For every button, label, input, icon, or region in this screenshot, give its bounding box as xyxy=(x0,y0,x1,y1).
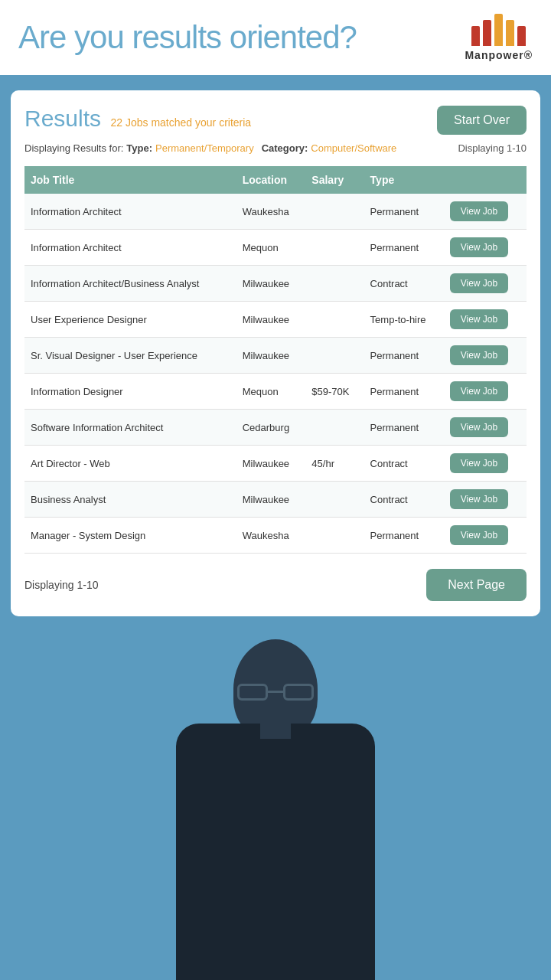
view-job-button[interactable]: View Job xyxy=(450,381,508,401)
job-location-cell: Milwaukee xyxy=(236,482,306,518)
filter-left: Displaying Results for: Type: Permanent/… xyxy=(24,142,396,154)
person-figure xyxy=(115,639,436,980)
person-body xyxy=(176,724,375,980)
logo-bar-4 xyxy=(506,20,514,46)
logo-bar-2 xyxy=(483,20,491,46)
logo: Manpower® xyxy=(465,14,533,61)
job-location-cell: Milwaukee xyxy=(236,446,306,482)
table-row: Information Designer Mequon $59-70K Perm… xyxy=(24,374,527,410)
logo-bars xyxy=(471,14,526,46)
job-salary-cell: 45/hr xyxy=(305,446,364,482)
job-title-cell: Software Information Architect xyxy=(24,410,236,446)
table-row: Information Architect Mequon Permanent V… xyxy=(24,230,527,266)
glasses-right xyxy=(283,684,314,701)
view-job-button[interactable]: View Job xyxy=(450,273,508,293)
job-type-cell: Contract xyxy=(364,446,444,482)
job-salary-cell xyxy=(305,266,364,302)
job-title-cell: User Experience Designer xyxy=(24,302,236,338)
view-job-button[interactable]: View Job xyxy=(450,345,508,365)
results-title-block: Results 22 Jobs matched your criteria xyxy=(24,106,251,132)
results-title: Results xyxy=(24,106,101,131)
logo-bar-3 xyxy=(494,14,503,46)
job-type-cell: Contract xyxy=(364,266,444,302)
job-action-cell[interactable]: View Job xyxy=(444,302,527,338)
job-location-cell: Milwaukee xyxy=(236,338,306,374)
job-title-cell: Information Architect xyxy=(24,230,236,266)
pagination-row: Displaying 1-10 Next Page xyxy=(24,569,527,601)
job-location-cell: Milwaukee xyxy=(236,302,306,338)
job-action-cell[interactable]: View Job xyxy=(444,410,527,446)
job-action-cell[interactable]: View Job xyxy=(444,194,527,230)
job-location-cell: Waukesha xyxy=(236,518,306,554)
main-bg: Results 22 Jobs matched your criteria St… xyxy=(0,75,551,616)
person-neck xyxy=(260,716,291,739)
view-job-button[interactable]: View Job xyxy=(450,201,508,221)
job-action-cell[interactable]: View Job xyxy=(444,374,527,410)
results-count: 22 Jobs matched your criteria xyxy=(111,116,252,129)
job-title-cell: Information Designer xyxy=(24,374,236,410)
table-row: Information Architect/Business Analyst M… xyxy=(24,266,527,302)
table-header: Job Title Location Salary Type xyxy=(24,166,527,194)
filter-type-label: Type: xyxy=(126,142,152,154)
job-title-cell: Information Architect/Business Analyst xyxy=(24,266,236,302)
job-action-cell[interactable]: View Job xyxy=(444,518,527,554)
job-table: Job Title Location Salary Type Informati… xyxy=(24,166,527,554)
filter-category-value: Computer/Software xyxy=(311,142,396,154)
view-job-button[interactable]: View Job xyxy=(450,309,508,329)
job-location-cell: Milwaukee xyxy=(236,266,306,302)
col-type: Type xyxy=(364,166,444,194)
pagination-label: Displaying 1-10 xyxy=(24,579,99,591)
person-glasses xyxy=(237,684,314,701)
job-action-cell[interactable]: View Job xyxy=(444,482,527,518)
job-salary-cell: $59-70K xyxy=(305,374,364,410)
job-salary-cell xyxy=(305,302,364,338)
job-action-cell[interactable]: View Job xyxy=(444,230,527,266)
results-header-row: Results 22 Jobs matched your criteria St… xyxy=(24,106,527,135)
filter-prefix: Displaying Results for: xyxy=(24,142,123,154)
view-job-button[interactable]: View Job xyxy=(450,489,508,509)
filter-category-label: Category: xyxy=(262,142,308,154)
job-type-cell: Permanent xyxy=(364,518,444,554)
job-type-cell: Permanent xyxy=(364,230,444,266)
job-salary-cell xyxy=(305,410,364,446)
table-row: User Experience Designer Milwaukee Temp-… xyxy=(24,302,527,338)
table-row: Business Analyst Milwaukee Contract View… xyxy=(24,482,527,518)
job-title-cell: Business Analyst xyxy=(24,482,236,518)
table-row: Art Director - Web Milwaukee 45/hr Contr… xyxy=(24,446,527,482)
job-title-cell: Information Architect xyxy=(24,194,236,230)
job-type-cell: Permanent xyxy=(364,194,444,230)
col-location: Location xyxy=(236,166,306,194)
next-page-button[interactable]: Next Page xyxy=(426,569,527,601)
view-job-button[interactable]: View Job xyxy=(450,525,508,545)
table-header-row: Job Title Location Salary Type xyxy=(24,166,527,194)
header-title: Are you results oriented? xyxy=(18,19,357,56)
job-salary-cell xyxy=(305,482,364,518)
glasses-left xyxy=(237,684,268,701)
job-type-cell: Temp-to-hire xyxy=(364,302,444,338)
job-salary-cell xyxy=(305,194,364,230)
job-action-cell[interactable]: View Job xyxy=(444,446,527,482)
table-row: Manager - System Design Waukesha Permane… xyxy=(24,518,527,554)
col-job-title: Job Title xyxy=(24,166,236,194)
filter-right: Displaying 1-10 xyxy=(458,142,527,154)
logo-bar-1 xyxy=(471,26,480,46)
glasses-bridge xyxy=(268,691,283,693)
filter-row: Displaying Results for: Type: Permanent/… xyxy=(24,142,527,154)
job-action-cell[interactable]: View Job xyxy=(444,266,527,302)
view-job-button[interactable]: View Job xyxy=(450,237,508,257)
table-row: Information Architect Waukesha Permanent… xyxy=(24,194,527,230)
job-salary-cell xyxy=(305,338,364,374)
logo-bar-5 xyxy=(517,26,526,46)
table-row: Sr. Visual Designer - User Experience Mi… xyxy=(24,338,527,374)
start-over-button[interactable]: Start Over xyxy=(437,106,527,135)
col-action xyxy=(444,166,527,194)
job-location-cell: Mequon xyxy=(236,230,306,266)
header: Are you results oriented? Manpower® xyxy=(0,0,551,75)
job-location-cell: Waukesha xyxy=(236,194,306,230)
job-action-cell[interactable]: View Job xyxy=(444,338,527,374)
view-job-button[interactable]: View Job xyxy=(450,453,508,473)
job-location-cell: Cedarburg xyxy=(236,410,306,446)
job-type-cell: Contract xyxy=(364,482,444,518)
view-job-button[interactable]: View Job xyxy=(450,417,508,437)
job-type-cell: Permanent xyxy=(364,410,444,446)
